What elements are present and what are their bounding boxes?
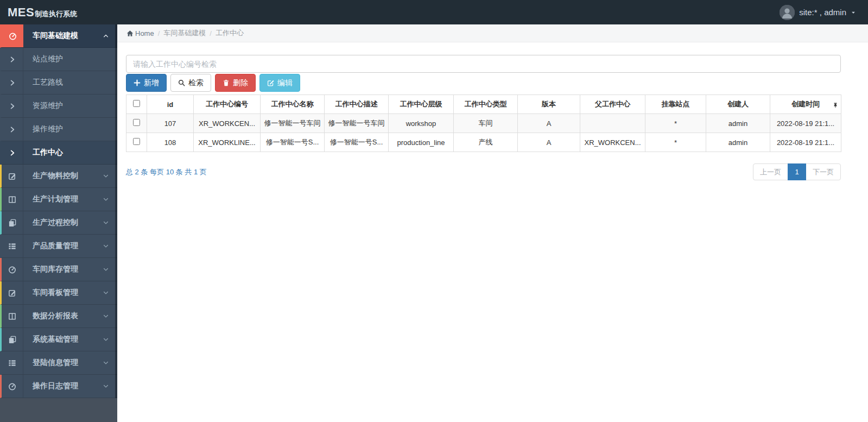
table-cell: 修一智能一号S...: [261, 133, 325, 152]
column-header[interactable]: 工作中心编号: [194, 95, 261, 114]
column-header[interactable]: 工作中心名称: [261, 95, 325, 114]
sidebar-item-process-route[interactable]: 工艺路线: [0, 71, 117, 95]
row-select-cell: [126, 114, 147, 133]
table-cell: *: [645, 114, 706, 133]
column-header[interactable]: 父工作中心: [580, 95, 645, 114]
list-icon: [2, 351, 23, 374]
chevron-down-icon: [103, 289, 117, 296]
column-header[interactable]: 创建人: [706, 95, 770, 114]
app-logo-bold: MES: [8, 5, 34, 20]
breadcrumb-separator: /: [158, 29, 160, 37]
sidebar-item-data-analysis[interactable]: 数据分析报表: [0, 305, 117, 328]
sidebar-item-station-maintenance[interactable]: 站点维护: [0, 48, 117, 71]
sidebar-item-login-info[interactable]: 登陆信息管理: [0, 351, 117, 375]
table-cell: 产线: [454, 133, 518, 152]
column-header[interactable]: 版本: [518, 95, 580, 114]
sidebar-item-kanban-management[interactable]: 车间看板管理: [0, 281, 117, 305]
columns-icon: [2, 305, 23, 327]
add-button[interactable]: 新增: [126, 74, 167, 92]
toolbar: 新增检索删除编辑: [126, 74, 841, 92]
search-button[interactable]: 检索: [170, 74, 211, 92]
table-cell: *: [645, 133, 706, 152]
button-label: 检索: [188, 78, 204, 88]
sidebar-item-label: 操作日志管理: [23, 381, 103, 391]
chevron-down-icon: [103, 336, 117, 343]
sidebar-item-label: 登陆信息管理: [23, 358, 103, 368]
sidebar-item-system-management[interactable]: 系统基础管理: [0, 328, 117, 351]
column-header[interactable]: 工作中心描述: [325, 95, 389, 114]
table-row[interactable]: 107XR_WORKCEN...修一智能一号车间修一智能一号车间workshop…: [126, 114, 841, 133]
column-header[interactable]: id: [147, 95, 194, 114]
table-row[interactable]: 108XR_WORKLINE...修一智能一号S...修一智能一号S...pro…: [126, 133, 841, 152]
sidebar-item-label: 车间看板管理: [23, 288, 103, 298]
chevron-down-icon: [103, 219, 117, 226]
book-icon: [2, 211, 23, 234]
breadcrumb: Home / 车间基础建模 / 工作中心: [117, 24, 868, 42]
row-select-cell: [126, 133, 147, 152]
column-header[interactable]: 工作中心类型: [454, 95, 518, 114]
edit-button[interactable]: 编辑: [259, 74, 300, 92]
prev-page-button[interactable]: 上一页: [753, 163, 788, 180]
next-page-button[interactable]: 下一页: [806, 163, 841, 180]
table-cell: XR_WORKLINE...: [194, 133, 261, 152]
chevron-down-icon: [103, 173, 117, 179]
search-input[interactable]: [126, 55, 841, 73]
sidebar-item-plan-management[interactable]: 生产计划管理: [0, 188, 117, 211]
sidebar-item-work-center[interactable]: 工作中心: [0, 141, 117, 165]
table-cell: 108: [147, 133, 194, 152]
sidebar-item-label: 生产计划管理: [23, 194, 103, 204]
pencil-square-icon: [2, 165, 23, 187]
avatar: [780, 5, 795, 20]
sidebar-item-quality-management[interactable]: 产品质量管理: [0, 235, 117, 258]
chevron-right-icon: [2, 118, 23, 141]
table-cell: production_line: [389, 133, 454, 152]
plus-icon: [134, 79, 141, 86]
table-cell: 2022-08-19 21:1...: [770, 114, 841, 133]
sidebar-item-process-control[interactable]: 生产过程控制: [0, 211, 117, 235]
current-page-button[interactable]: 1: [788, 163, 806, 180]
book-icon: [2, 328, 23, 351]
table-cell: A: [518, 133, 580, 152]
sidebar-item-inventory-management[interactable]: 车间库存管理: [0, 258, 117, 281]
pin-icon[interactable]: [833, 102, 838, 108]
table-cell: admin: [706, 133, 770, 152]
table-cell: 2022-08-19 21:1...: [770, 133, 841, 152]
chevron-down-icon: [103, 383, 117, 389]
sidebar-item-material-control[interactable]: 生产物料控制: [0, 165, 117, 188]
sidebar-item-workshop-modeling[interactable]: 车间基础建模: [0, 24, 117, 48]
select-all-checkbox[interactable]: [133, 100, 140, 107]
row-checkbox[interactable]: [133, 138, 140, 145]
table-cell: 车间: [454, 114, 518, 133]
edit-icon: [267, 79, 274, 86]
user-menu[interactable]: site:* , admin: [768, 0, 868, 24]
pagination-summary: 总 2 条 每页 10 条 共 1 页: [126, 167, 207, 177]
column-header[interactable]: 工作中心层级: [389, 95, 454, 114]
chevron-right-icon: [2, 95, 23, 117]
breadcrumb-home[interactable]: Home: [126, 29, 154, 37]
sidebar-item-label: 产品质量管理: [23, 241, 103, 251]
breadcrumb-home-label: Home: [135, 29, 154, 37]
sidebar-item-label: 工艺路线: [23, 78, 117, 87]
pager: 上一页 1 下一页: [753, 163, 841, 180]
app-logo[interactable]: MES 制造执行系统: [0, 5, 77, 20]
chevron-down-icon: [103, 360, 117, 366]
sidebar-item-resource-maintenance[interactable]: 资源维护: [0, 95, 117, 118]
column-header[interactable]: 挂靠站点: [645, 95, 706, 114]
table-cell: admin: [706, 114, 770, 133]
delete-button[interactable]: 删除: [215, 74, 256, 92]
sidebar-item-label: 工作中心: [23, 148, 117, 158]
content: 新增检索删除编辑 id工作中心编号工作中心名称工作中心描述工作中心层级工作中心类…: [117, 42, 868, 180]
button-label: 编辑: [277, 78, 293, 88]
app-logo-rest: 制造执行系统: [35, 9, 77, 19]
row-checkbox[interactable]: [133, 119, 140, 126]
sidebar-item-label: 车间库存管理: [23, 264, 103, 274]
sidebar-item-label: 生产过程控制: [23, 218, 103, 228]
sidebar-item-operation-log[interactable]: 操作日志管理: [0, 375, 117, 398]
column-header[interactable]: 创建时间: [770, 95, 841, 114]
table-cell: 修一智能一号车间: [325, 114, 389, 133]
user-label: site:* , admin: [799, 8, 846, 17]
chevron-down-icon: [103, 313, 117, 319]
sidebar-item-label: 生产物料控制: [23, 171, 103, 181]
sidebar-item-operation-maintenance[interactable]: 操作维护: [0, 118, 117, 141]
breadcrumb-item-module[interactable]: 车间基础建模: [163, 28, 206, 38]
